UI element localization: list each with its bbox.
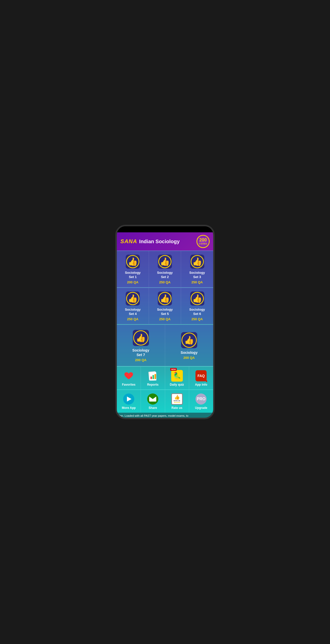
phone-screen: SANA Indian Sociology 200 COINS Sociolog… xyxy=(117,232,213,418)
icon-ring xyxy=(191,255,204,268)
quiz-name-extra: Sociology xyxy=(181,350,197,355)
quiz-item-set2[interactable]: SociologySet 2 250 QA xyxy=(149,251,181,287)
quiz-item-set1[interactable]: SociologySet 1 200 QA xyxy=(117,251,149,287)
quiz-icon-set6 xyxy=(190,291,204,306)
quiz-icon-set7 xyxy=(133,330,149,346)
quiz-name-set6: SociologySet 6 xyxy=(189,308,205,316)
favorites-icon xyxy=(123,370,135,382)
share-circle xyxy=(147,393,158,405)
svg-rect-3 xyxy=(150,377,152,379)
quiz-item-extra[interactable]: Sociology 200 QA xyxy=(165,325,213,366)
pro-circle: PRO xyxy=(195,393,207,405)
quiz-name-set7: SociologySet 7 xyxy=(132,348,149,357)
more-app-icon xyxy=(123,393,135,405)
coins-label: COINS xyxy=(199,243,207,245)
favorites-button[interactable]: Favorites xyxy=(117,367,141,389)
quiz-qa-set4: 250 QA xyxy=(127,317,139,321)
svg-rect-5 xyxy=(155,374,156,379)
thumbs-up: 👍 xyxy=(174,394,180,400)
quiz-qa-set2: 250 QA xyxy=(159,280,171,284)
quiz-name-set2: SociologySet 2 xyxy=(157,271,173,279)
icon-ring xyxy=(158,292,171,305)
quiz-icon-set5 xyxy=(158,291,172,306)
faq-text: FAQ xyxy=(197,374,205,378)
reports-icon xyxy=(147,370,159,382)
quiz-qa-extra: 200 QA xyxy=(183,356,195,360)
quiz-item-set4[interactable]: SociologySet 4 250 QA xyxy=(117,288,149,324)
icon-ring xyxy=(191,292,204,305)
quiz-icon-set2 xyxy=(158,255,172,269)
quiz-grid-row1: SociologySet 1 200 QA SociologySet 2 250… xyxy=(117,251,213,287)
play-circle xyxy=(123,393,134,405)
quiz-grid-row3: SociologySet 7 200 QA Sociology 200 QA xyxy=(117,324,213,366)
quiz-qa-set5: 250 QA xyxy=(159,317,171,321)
quiz-name-set5: SociologySet 5 xyxy=(157,308,173,316)
quiz-qa-set7: 200 QA xyxy=(135,358,146,362)
phone-top-bar xyxy=(117,226,213,232)
rate-us-label: Rate us xyxy=(171,406,182,410)
quiz-item-set7[interactable]: SociologySet 7 200 QA xyxy=(117,325,165,366)
upgrade-label: Upgrade xyxy=(195,406,207,410)
quiz-icon-set4 xyxy=(126,291,140,306)
rate-stars: ★★★★★ xyxy=(174,402,180,404)
quiz-item-set3[interactable]: SociologySet 3 250 QA xyxy=(181,251,213,287)
main-content: SociologySet 1 200 QA SociologySet 2 250… xyxy=(117,251,213,418)
rate-us-button[interactable]: 👍 RATE US ★★★★★ Rate us xyxy=(165,390,189,413)
quiz-grid-row2: SociologySet 4 250 QA SociologySet 5 250… xyxy=(117,287,213,324)
quiz-name-set3: SociologySet 3 xyxy=(189,271,205,279)
daily-quiz-icon: NEW 🦜 xyxy=(171,370,183,382)
icon-ring xyxy=(126,292,139,305)
quiz-item-set5[interactable]: SociologySet 5 250 QA xyxy=(149,288,181,324)
scroll-text-content: ion. Loaded with all PAST year papers, m… xyxy=(119,414,188,417)
rate-box: 👍 RATE US ★★★★★ xyxy=(171,393,183,405)
bird-image: 🦜 xyxy=(173,372,181,380)
scroll-banner: ion. Loaded with all PAST year papers, m… xyxy=(117,413,213,418)
share-icon xyxy=(147,393,159,405)
bottom-grid-row2: More App Share 👍 RAT xyxy=(117,389,213,413)
phone-notch xyxy=(150,228,180,231)
bird-container: NEW 🦜 xyxy=(171,370,183,382)
icon-ring xyxy=(158,255,171,268)
daily-quiz-label: Daily quiz xyxy=(170,383,184,386)
header-title: SANA Indian Sociology xyxy=(120,238,180,245)
quiz-name-set1: SociologySet 1 xyxy=(125,271,141,279)
quiz-icon-extra xyxy=(181,332,197,348)
icon-ring xyxy=(126,255,139,268)
quiz-qa-set1: 200 QA xyxy=(127,280,139,284)
more-app-label: More App xyxy=(122,406,136,410)
upgrade-button[interactable]: PRO Upgrade xyxy=(189,390,213,413)
svg-rect-4 xyxy=(152,375,154,379)
faq-bubble xyxy=(204,380,207,382)
bottom-grid-row1: Favorites xyxy=(117,366,213,389)
quiz-icon-set3 xyxy=(190,255,204,269)
app-info-button[interactable]: FAQ App Info xyxy=(189,367,213,389)
quiz-icon-set1 xyxy=(126,255,140,269)
quiz-name-set4: SociologySet 4 xyxy=(125,308,141,316)
reports-label: Reports xyxy=(147,383,159,386)
icon-ring xyxy=(182,333,197,348)
favorites-label: Favorites xyxy=(122,383,135,386)
sana-logo: SANA xyxy=(120,238,137,245)
app-header: SANA Indian Sociology 200 COINS xyxy=(117,232,213,251)
faq-box: FAQ xyxy=(195,370,207,381)
reports-button[interactable]: Reports xyxy=(141,367,165,389)
quiz-qa-set6: 250 QA xyxy=(191,317,203,321)
phone-frame: SANA Indian Sociology 200 COINS Sociolog… xyxy=(115,225,215,419)
share-label: Share xyxy=(149,406,157,410)
coins-badge: 200 COINS xyxy=(196,235,210,248)
daily-quiz-button[interactable]: NEW 🦜 Daily quiz xyxy=(165,367,189,389)
quiz-item-set6[interactable]: SociologySet 6 250 QA xyxy=(181,288,213,324)
more-app-button[interactable]: More App xyxy=(117,390,141,413)
upgrade-icon: PRO xyxy=(195,393,207,405)
share-button[interactable]: Share xyxy=(141,390,165,413)
new-badge: NEW xyxy=(170,368,177,371)
envelope-shape xyxy=(149,397,156,402)
play-triangle xyxy=(127,397,131,402)
app-info-icon: FAQ xyxy=(195,370,207,382)
icon-ring xyxy=(133,330,148,345)
app-info-label: App Info xyxy=(195,383,207,386)
coins-number: 200 xyxy=(199,238,207,243)
rate-us-icon: 👍 RATE US ★★★★★ xyxy=(171,393,183,405)
quiz-qa-set3: 250 QA xyxy=(191,280,203,284)
app-title: Indian Sociology xyxy=(139,239,180,244)
